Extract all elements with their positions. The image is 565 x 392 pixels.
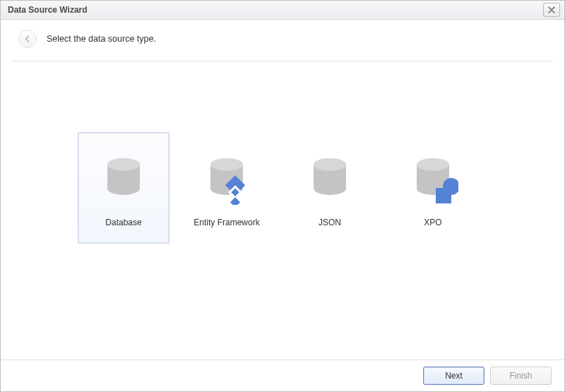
svg-rect-7 <box>230 197 240 205</box>
instruction-text: Select the data source type. <box>47 34 156 44</box>
wizard-body: Select the data source type. Database <box>1 20 564 359</box>
title-bar: Data Source Wizard <box>1 1 564 20</box>
finish-button: Finish <box>490 367 552 385</box>
window-title: Data Source Wizard <box>8 5 543 15</box>
svg-point-3 <box>210 158 243 171</box>
option-entity-framework[interactable]: Entity Framework <box>181 132 273 244</box>
button-label: Finish <box>509 371 532 381</box>
database-icon <box>98 154 149 205</box>
option-json[interactable]: JSON <box>284 132 376 244</box>
option-label: Database <box>105 218 141 227</box>
arrow-left-icon <box>23 35 32 43</box>
close-button[interactable] <box>543 3 560 17</box>
option-label: JSON <box>319 218 341 227</box>
data-source-options: Database <box>11 132 554 244</box>
close-icon <box>548 6 555 13</box>
option-database[interactable]: Database <box>78 132 170 244</box>
xpo-icon <box>408 154 458 205</box>
option-label: Entity Framework <box>194 218 259 227</box>
svg-point-1 <box>107 158 140 171</box>
option-label: XPO <box>424 218 441 227</box>
wizard-window: Data Source Wizard Select the data sourc… <box>0 0 565 392</box>
back-button <box>18 30 37 48</box>
next-button[interactable]: Next <box>423 367 484 385</box>
svg-point-9 <box>314 158 346 171</box>
option-xpo[interactable]: XPO <box>387 132 479 244</box>
wizard-footer: Next Finish <box>1 360 564 391</box>
entity-framework-icon <box>201 154 252 205</box>
svg-point-11 <box>417 158 449 171</box>
button-label: Next <box>445 371 463 381</box>
step-header: Select the data source type. <box>11 27 554 61</box>
json-icon <box>304 154 355 205</box>
